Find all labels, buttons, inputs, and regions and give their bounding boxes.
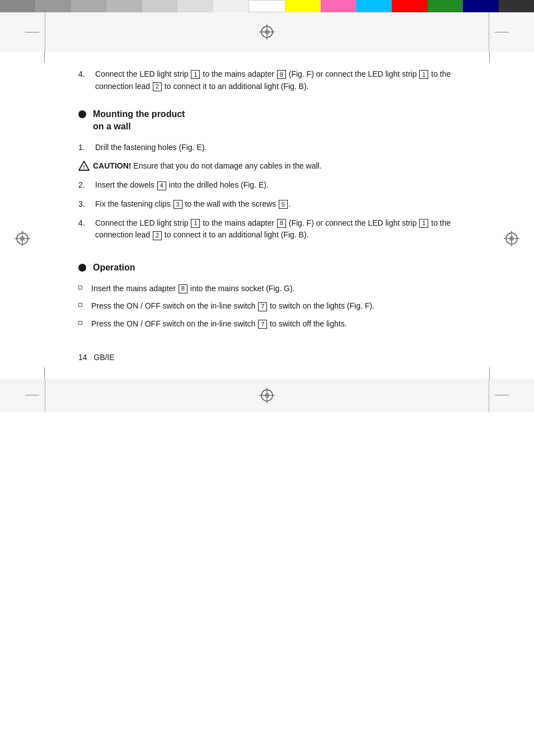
bullet-icon [78, 110, 86, 118]
box-num-2b: 2 [153, 231, 162, 240]
color-segment [428, 0, 463, 12]
sq-bullet-2 [78, 303, 82, 307]
step-4-num: 4. [78, 68, 95, 92]
color-segment [213, 0, 249, 12]
bullet-icon-2 [78, 264, 86, 272]
op-item-1: Insert the mains adapter 8 into the main… [78, 283, 478, 295]
sq-bullet-1 [78, 286, 82, 290]
step-1: 1. Drill the fastening holes (Fig. E). [78, 142, 478, 154]
step-1-text: Drill the fastening holes (Fig. E). [95, 142, 207, 154]
left-side-reg [0, 63, 45, 347]
top-reg-area [0, 12, 534, 52]
color-segment [285, 0, 321, 12]
corner-mark-br [495, 395, 509, 395]
bottom-center-reg [45, 379, 489, 412]
right-gutter [489, 12, 534, 52]
box-num-3: 3 [174, 200, 182, 209]
op-item-2: Press the ON / OFF switch on the in-line… [78, 300, 478, 312]
corner-mark-bl [25, 395, 39, 395]
step-3: 3. Fix the fastening clips 3 to the wall… [78, 198, 478, 211]
right-side-reg [489, 63, 534, 347]
color-segment [177, 0, 213, 12]
section-mounting-heading: Mounting the producton a wall [78, 108, 478, 132]
step-3-text: Fix the fastening clips 3 to the wall wi… [95, 198, 291, 211]
box-num-1d: 1 [419, 219, 428, 228]
corner-line-tr [489, 52, 490, 63]
page-locale: GB/IE [93, 353, 114, 362]
step-4b-text: Connect the LED light strip 1 to the mai… [95, 217, 478, 241]
caution-block: ! CAUTION! Ensure that you do not damage… [78, 160, 478, 172]
left-gutter [0, 12, 45, 52]
color-segment [0, 0, 35, 12]
bottom-reg-area [0, 379, 534, 412]
color-bar [0, 0, 534, 12]
step-2-num: 2. [78, 179, 95, 192]
sq-bullet-3 [78, 321, 82, 325]
color-segment [392, 0, 427, 12]
page-footer: 14 GB/IE [45, 353, 489, 362]
reg-mark-right [504, 231, 519, 246]
caution-text: CAUTION! Ensure that you do not damage a… [93, 160, 322, 172]
box-num-8b: 8 [277, 219, 286, 228]
main-text: 4. Connect the LED light strip 1 to the … [45, 63, 489, 347]
step-3-num: 3. [78, 198, 95, 211]
corner-lines-bottom [0, 367, 534, 379]
corner-mark-tr [495, 32, 509, 32]
caution-label: CAUTION! [93, 161, 131, 170]
step-4-first: 4. Connect the LED light strip 1 to the … [78, 68, 478, 92]
color-segment [106, 0, 142, 12]
color-segment [463, 0, 498, 12]
reg-mark-left [15, 231, 30, 246]
box-num-8c: 8 [179, 284, 188, 293]
page-number: 14 [78, 353, 87, 362]
svg-text:!: ! [83, 164, 85, 170]
box-num-7a: 7 [258, 302, 267, 311]
page: 4. Connect the LED light strip 1 to the … [0, 0, 534, 412]
op-item-2-text: Press the ON / OFF switch on the in-line… [91, 300, 374, 312]
box-num-2a: 2 [153, 82, 162, 91]
box-num-8a: 8 [277, 70, 286, 79]
caution-icon: ! [78, 161, 90, 172]
section-operation-title: Operation [93, 262, 135, 274]
reg-mark-bottom [259, 388, 275, 403]
color-segment [249, 0, 285, 12]
step-4-second: 4. Connect the LED light strip 1 to the … [78, 217, 478, 241]
footer-area: 14 GB/IE [0, 353, 534, 362]
box-num-7b: 7 [258, 320, 267, 329]
box-num-1a: 1 [191, 70, 200, 79]
corner-lines-top [0, 52, 534, 63]
op-item-3-text: Press the ON / OFF switch on the in-line… [91, 318, 347, 330]
step-4-text: Connect the LED light strip 1 to the mai… [95, 68, 478, 92]
op-item-1-text: Insert the mains adapter 8 into the main… [91, 283, 295, 295]
reg-mark-top [259, 24, 275, 40]
corner-mark-tl [25, 32, 39, 32]
section-operation-heading: Operation [78, 262, 478, 274]
content-area: 4. Connect the LED light strip 1 to the … [0, 63, 534, 347]
step-1-num: 1. [78, 142, 95, 154]
box-num-1b: 1 [419, 70, 428, 79]
color-segment [71, 0, 106, 12]
section-mounting-title: Mounting the producton a wall [93, 108, 185, 132]
box-num-1c: 1 [191, 219, 200, 228]
color-segment [35, 0, 71, 12]
step-2: 2. Insert the dowels 4 into the drilled … [78, 179, 478, 192]
step-2-text: Insert the dowels 4 into the drilled hol… [95, 179, 269, 192]
corner-line-br [489, 367, 490, 379]
warning-triangle-icon: ! [78, 161, 90, 171]
color-segment [357, 0, 392, 12]
color-segment [499, 0, 534, 12]
op-item-3: Press the ON / OFF switch on the in-line… [78, 318, 478, 330]
center-reg [45, 12, 489, 52]
box-num-5: 5 [279, 200, 288, 209]
color-segment [321, 0, 356, 12]
color-segment [142, 0, 177, 12]
step-4b-num: 4. [78, 217, 95, 241]
box-num-4: 4 [157, 181, 166, 190]
